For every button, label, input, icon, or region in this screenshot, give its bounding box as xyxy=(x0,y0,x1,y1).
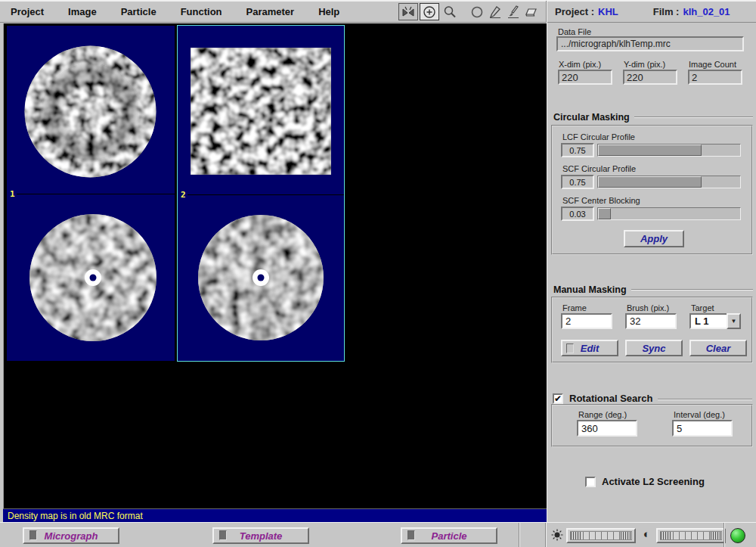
frame-number-2: 2 xyxy=(178,190,186,200)
status-bar: Density map is in old MRC format xyxy=(3,508,547,522)
frame-label: Frame xyxy=(562,303,587,312)
y-dim-value[interactable]: 220 xyxy=(623,70,677,85)
rotational-search-checkbox[interactable]: ✔ xyxy=(553,393,563,404)
chevron-down-icon[interactable]: ▼ xyxy=(727,313,741,329)
l2-screening-row: Activate L2 Screening xyxy=(585,476,705,487)
template-image-1[interactable] xyxy=(24,45,156,178)
sync-button[interactable]: Sync xyxy=(625,340,683,356)
lcf-profile-label: LCF Circular Profile xyxy=(562,132,635,141)
frame-number-1: 1 xyxy=(7,189,15,199)
brush-input[interactable]: 32 xyxy=(625,313,677,329)
target-value: L 1 xyxy=(689,313,727,329)
status-led-icon xyxy=(730,528,745,543)
scf-center-blocking-slider[interactable] xyxy=(597,207,741,220)
bottombar-separator-3 xyxy=(723,523,725,547)
circle-icon[interactable] xyxy=(468,3,486,20)
contrast-thumbwheel[interactable] xyxy=(656,528,726,543)
range-label: Range (deg.) xyxy=(578,410,627,419)
x-dim-label: X-dim (pix.) xyxy=(559,60,601,69)
data-file-label: Data File xyxy=(558,27,591,36)
frame-input[interactable]: 2 xyxy=(561,313,612,329)
circular-masking-group: LCF Circular Profile 0.75 SCF Circular P… xyxy=(551,125,753,255)
bottombar-separator-2 xyxy=(545,523,547,547)
scf-center-blocking-label: SCF Center Blocking xyxy=(562,196,640,205)
scf-profile-value: 0.75 xyxy=(561,175,594,189)
particle-button[interactable]: Particle xyxy=(401,527,497,544)
brightness-icon xyxy=(551,529,563,541)
brush-icon[interactable] xyxy=(504,3,522,20)
edit-indicator-lamp xyxy=(566,343,574,353)
project-value: KHL xyxy=(598,6,618,17)
parameter-sidebar: Data File .../micrograph/klhTemp.mrc X-d… xyxy=(547,23,756,522)
magnifier-icon[interactable] xyxy=(441,3,459,20)
target-dropdown[interactable]: L 1 ▼ xyxy=(689,313,741,329)
project-label: Project : xyxy=(555,6,594,17)
film-value: klh_02_01 xyxy=(683,6,730,17)
data-file-value[interactable]: .../micrograph/klhTemp.mrc xyxy=(556,36,744,51)
film-label: Film : xyxy=(653,6,680,17)
circle-crosshair-icon[interactable] xyxy=(420,3,439,20)
menu-items: Project Image Particle Function Paramete… xyxy=(8,1,342,22)
target-label: Target xyxy=(691,303,714,312)
template-image-2[interactable] xyxy=(191,48,331,175)
interval-label: Interval (deg.) xyxy=(674,410,725,419)
menu-particle[interactable]: Particle xyxy=(118,5,160,19)
frame-panel-2[interactable]: 2 xyxy=(177,25,345,362)
y-dim-label: Y-dim (pix.) xyxy=(624,60,665,69)
brightness-thumbwheel[interactable] xyxy=(566,528,636,543)
status-message: Density map is in old MRC format xyxy=(3,511,143,521)
manual-masking-group: Frame 2 Brush (pix.) 32 Target L 1 ▼ Edi… xyxy=(551,297,753,363)
scf-center-blocking-value: 0.03 xyxy=(561,207,594,221)
menu-bar: Project Image Particle Function Paramete… xyxy=(0,1,756,23)
interval-input[interactable]: 5 xyxy=(672,420,733,437)
application-window: Project Image Particle Function Paramete… xyxy=(0,0,756,547)
rotational-search-group: Range (deg.) 360 Interval (deg.) 5 xyxy=(551,404,753,447)
contrast-icon: ◐ xyxy=(643,527,650,541)
l2-screening-checkbox[interactable] xyxy=(585,477,596,487)
rotational-search-row: ✔ Rotational Search xyxy=(553,393,752,404)
lcf-profile-value: 0.75 xyxy=(561,143,594,157)
x-dim-value[interactable]: 220 xyxy=(558,70,612,85)
l2-screening-label: Activate L2 Screening xyxy=(602,476,705,487)
frame-divider-2: 2 xyxy=(178,190,344,199)
particle-indicator-lamp xyxy=(407,530,415,540)
image-canvas: 1 xyxy=(3,23,547,508)
scf-profile-slider[interactable] xyxy=(597,176,741,188)
tool-bar xyxy=(398,2,541,21)
micrograph-indicator-lamp xyxy=(29,530,37,540)
apply-button[interactable]: Apply xyxy=(624,230,684,247)
bottombar-separator-1 xyxy=(519,523,520,547)
butterfly-select-icon[interactable] xyxy=(398,3,418,20)
pencil-icon[interactable] xyxy=(486,3,504,20)
clear-button[interactable]: Clear xyxy=(689,340,747,356)
template-button[interactable]: Template xyxy=(212,527,309,544)
scf-image-2[interactable] xyxy=(197,214,324,341)
rotational-search-label: Rotational Search xyxy=(569,393,653,404)
bottom-bar: Micrograph Template Particle ◐ xyxy=(0,522,756,547)
checkmark-icon: ✔ xyxy=(554,394,562,403)
manual-masking-header: Manual Masking xyxy=(553,284,753,295)
menubar-separator xyxy=(546,1,547,23)
micrograph-button[interactable]: Micrograph xyxy=(23,527,119,544)
menu-parameter[interactable]: Parameter xyxy=(243,5,298,19)
image-count-label: Image Count xyxy=(689,60,736,69)
menu-project[interactable]: Project xyxy=(8,5,47,19)
scf-image-1[interactable] xyxy=(29,213,157,342)
project-info: Project : KHL Film : klh_02_01 xyxy=(555,1,753,22)
frame-divider-1: 1 xyxy=(7,189,175,198)
range-input[interactable]: 360 xyxy=(577,420,637,437)
edit-button[interactable]: Edit xyxy=(561,340,618,356)
circular-masking-header: Circular Masking xyxy=(553,112,753,123)
image-count-value: 2 xyxy=(688,70,742,85)
frame-panel-1[interactable]: 1 xyxy=(7,26,175,361)
brush-label: Brush (pix.) xyxy=(627,303,669,312)
lcf-profile-slider[interactable] xyxy=(597,144,741,157)
menu-image[interactable]: Image xyxy=(65,5,100,19)
template-indicator-lamp xyxy=(219,530,227,540)
menu-function[interactable]: Function xyxy=(178,5,225,19)
eraser-icon[interactable] xyxy=(522,3,541,20)
scf-profile-label: SCF Circular Profile xyxy=(562,164,636,173)
menu-help[interactable]: Help xyxy=(315,5,342,19)
